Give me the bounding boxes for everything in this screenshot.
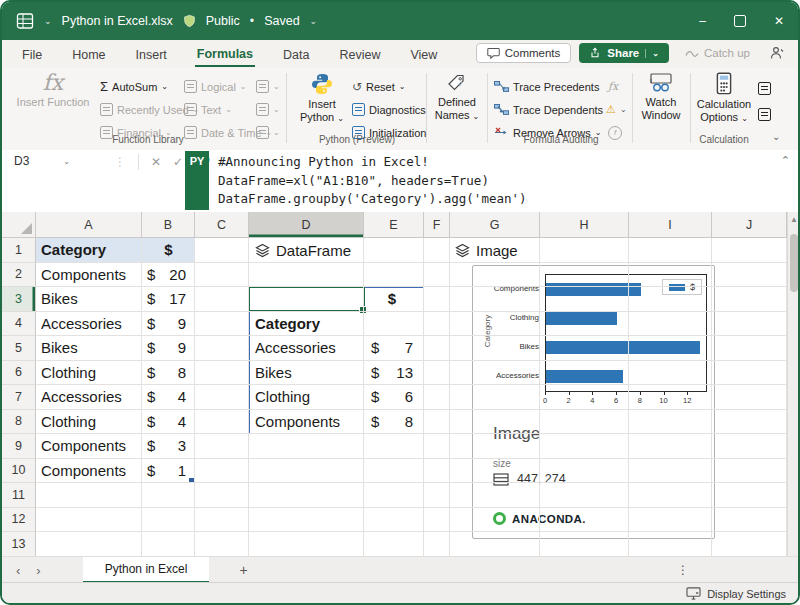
add-sheet-button[interactable]: + xyxy=(239,562,247,578)
row-header-9[interactable]: 9 xyxy=(2,434,36,459)
tab-data[interactable]: Data xyxy=(281,43,311,66)
insert-python-button[interactable]: Insert Python ⌄ xyxy=(294,72,350,134)
row-header-6[interactable]: 6 xyxy=(2,361,36,386)
row-header-10[interactable]: 10 xyxy=(2,459,36,484)
cell-A9[interactable]: Components xyxy=(41,434,141,459)
diagnostics-button[interactable]: Diagnostics xyxy=(352,99,426,120)
math-trig-button[interactable]: ⌄ xyxy=(256,99,280,120)
minimize-button[interactable]: – xyxy=(699,14,706,28)
maximize-button[interactable] xyxy=(734,15,746,27)
tab-home[interactable]: Home xyxy=(70,43,107,66)
column-header-E[interactable]: E xyxy=(364,212,424,238)
row-header-2[interactable]: 2 xyxy=(2,263,36,288)
tab-view[interactable]: View xyxy=(408,43,439,66)
cell-A6[interactable]: Clothing xyxy=(41,361,141,386)
prev-sheet-button[interactable]: ‹ xyxy=(16,563,20,578)
selected-cell-D3[interactable] xyxy=(248,286,365,313)
cell-D7[interactable]: Clothing xyxy=(255,385,361,410)
calculate-sheet-button[interactable] xyxy=(758,104,771,125)
defined-names-button[interactable]: Defined Names ⌄ xyxy=(430,72,484,134)
row-header-11[interactable]: 11 xyxy=(2,483,36,508)
save-status-chevron-icon[interactable]: ⌄ xyxy=(310,16,318,26)
display-settings-button[interactable]: Display Settings xyxy=(707,588,786,600)
next-sheet-button[interactable]: › xyxy=(36,563,40,578)
calculation-options-button[interactable]: Calculation Options ⌄ xyxy=(694,72,754,134)
lookup-reference-button[interactable]: ⌄ xyxy=(256,76,280,97)
cell-D4[interactable]: Category xyxy=(255,312,361,337)
show-formulas-button[interactable]: ƒx xyxy=(608,76,618,97)
cell-B4[interactable]: $9 xyxy=(142,312,191,337)
tab-insert[interactable]: Insert xyxy=(134,43,169,66)
column-header-J[interactable]: J xyxy=(712,212,787,238)
row-header-3[interactable]: 3 xyxy=(2,287,36,312)
insert-function-button[interactable]: fx Insert Function xyxy=(16,72,90,134)
row-header-12[interactable]: 12 xyxy=(2,508,36,533)
cell-B9[interactable]: $3 xyxy=(142,434,191,459)
trace-precedents-button[interactable]: Trace Precedents xyxy=(494,76,599,97)
tab-formulas[interactable]: Formulas xyxy=(195,42,255,67)
row-header-8[interactable]: 8 xyxy=(2,410,36,435)
scrollbar-thumb[interactable] xyxy=(790,234,798,292)
save-status[interactable]: Saved xyxy=(264,14,299,28)
row-header-4[interactable]: 4 xyxy=(2,312,36,337)
close-button[interactable]: ✕ xyxy=(774,14,784,28)
cell-B6[interactable]: $8 xyxy=(142,361,191,386)
column-header-A[interactable]: A xyxy=(36,212,142,238)
people-icon[interactable] xyxy=(766,46,788,60)
sheet-tab-python-in-excel[interactable]: Python in Excel xyxy=(83,557,210,583)
sensitivity-label[interactable]: Public xyxy=(206,14,240,28)
column-header-H[interactable]: H xyxy=(540,212,629,238)
catch-up-button[interactable]: Catch up xyxy=(677,44,758,62)
cell-D6[interactable]: Bikes xyxy=(255,361,361,386)
name-box-chevron-icon[interactable]: ⌄ xyxy=(63,157,70,166)
watch-window-button[interactable]: Watch Window xyxy=(636,72,686,134)
cell-B7[interactable]: $4 xyxy=(142,385,191,410)
cell-A8[interactable]: Clothing xyxy=(41,410,141,435)
cell-D8[interactable]: Components xyxy=(255,410,361,435)
cell-E5[interactable]: $7 xyxy=(366,336,418,361)
column-header-G[interactable]: G xyxy=(450,212,540,238)
select-all-button[interactable] xyxy=(2,212,36,238)
row-header-5[interactable]: 5 xyxy=(2,336,36,361)
text-button[interactable]: Text⌄ xyxy=(184,99,232,120)
cell-A10[interactable]: Components xyxy=(41,459,141,484)
cell-A7[interactable]: Accessories xyxy=(41,385,141,410)
formula-input[interactable]: #Announcing Python in Excel!DataFrame=xl… xyxy=(218,153,527,209)
row-header-13[interactable]: 13 xyxy=(2,532,36,556)
reset-button[interactable]: ↺ Reset⌄ xyxy=(352,76,406,97)
row-header-1[interactable]: 1 xyxy=(2,238,36,263)
row-header-7[interactable]: 7 xyxy=(2,385,36,410)
cell-B8[interactable]: $4 xyxy=(142,410,191,435)
document-title[interactable]: Python in Excel.xlsx xyxy=(62,14,173,28)
column-header-F[interactable]: F xyxy=(424,212,450,238)
calculate-now-button[interactable] xyxy=(758,78,771,99)
cell-E7[interactable]: $6 xyxy=(366,385,418,410)
column-header-B[interactable]: B xyxy=(142,212,195,238)
comments-button[interactable]: Comments xyxy=(476,43,572,63)
error-checking-button[interactable]: ⚠⌄ xyxy=(606,99,627,120)
cell-B5[interactable]: $9 xyxy=(142,336,191,361)
share-button[interactable]: Share ⌄ xyxy=(579,43,669,63)
quick-access-chevron-icon[interactable]: ⌄ xyxy=(44,16,52,26)
cell-B2[interactable]: $20 xyxy=(142,263,191,288)
collapse-ribbon-chevron-icon[interactable]: ⌄ xyxy=(772,126,780,147)
cell-E3[interactable]: $ xyxy=(364,287,420,312)
enter-icon[interactable]: ✓ xyxy=(173,155,183,169)
cell-A5[interactable]: Bikes xyxy=(41,336,141,361)
scroll-up-icon[interactable]: ▲ xyxy=(790,215,798,224)
cell-B3[interactable]: $17 xyxy=(142,287,191,312)
logical-button[interactable]: Logical⌄ xyxy=(184,76,247,97)
cell-E8[interactable]: $8 xyxy=(366,410,418,435)
cell-D5[interactable]: Accessories xyxy=(255,336,361,361)
name-box[interactable]: D3 xyxy=(14,154,29,168)
cell-B10[interactable]: $1 xyxy=(142,459,191,484)
autosum-button[interactable]: Σ AutoSum⌄ xyxy=(100,76,168,97)
dataframe-object-label[interactable]: DataFrame xyxy=(255,238,351,263)
cell-A2[interactable]: Components xyxy=(41,263,141,288)
cell-B1[interactable]: $ xyxy=(142,238,195,263)
trace-dependents-button[interactable]: Trace Dependents xyxy=(494,99,603,120)
tab-file[interactable]: File xyxy=(20,43,44,66)
vertical-scrollbar[interactable]: ▲ xyxy=(787,212,800,556)
image-object-label[interactable]: Image xyxy=(455,238,518,263)
more-dots-icon[interactable]: ⋮ xyxy=(677,563,690,577)
